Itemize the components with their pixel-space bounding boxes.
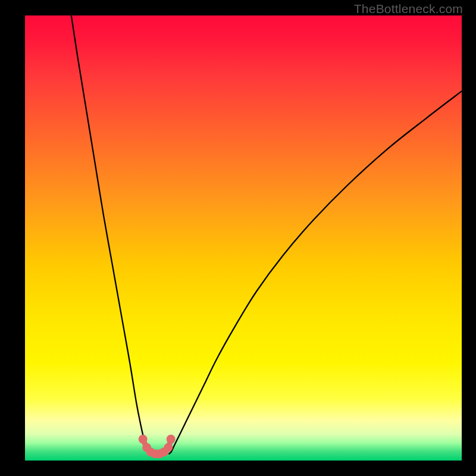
chart-frame: TheBottleneck.com <box>0 0 476 476</box>
curve-layer <box>25 15 462 461</box>
valley-dot <box>167 435 176 444</box>
curve-right <box>169 91 462 454</box>
valley-dot <box>139 435 148 444</box>
valley-dots <box>139 435 176 459</box>
watermark-text: TheBottleneck.com <box>354 2 463 16</box>
curve-left <box>71 15 151 454</box>
plot-area <box>25 15 462 461</box>
valley-dot <box>164 443 173 452</box>
